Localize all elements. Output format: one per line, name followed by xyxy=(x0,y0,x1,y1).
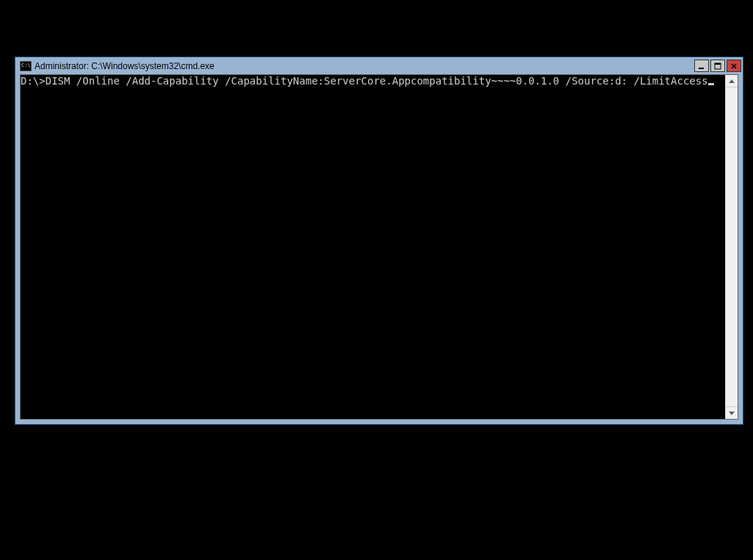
svg-rect-2 xyxy=(715,63,721,65)
cmd-icon: C:\. xyxy=(20,61,32,71)
scroll-down-button[interactable] xyxy=(726,406,738,419)
window-title: Administrator: C:\Windows\system32\cmd.e… xyxy=(35,61,694,71)
svg-rect-0 xyxy=(699,68,704,69)
console-line: D:\>DISM /Online /Add-Capability /Capabi… xyxy=(21,75,724,87)
titlebar[interactable]: C:\. Administrator: C:\Windows\system32\… xyxy=(15,57,743,74)
scroll-track[interactable] xyxy=(726,87,738,406)
scroll-up-button[interactable] xyxy=(726,75,738,87)
window-body: D:\>DISM /Online /Add-Capability /Capabi… xyxy=(20,74,738,420)
window-controls xyxy=(694,60,741,72)
minimize-button[interactable] xyxy=(694,60,709,72)
console-area[interactable]: D:\>DISM /Online /Add-Capability /Capabi… xyxy=(21,75,725,419)
cursor xyxy=(708,83,714,85)
maximize-button[interactable] xyxy=(710,60,725,72)
vertical-scrollbar[interactable] xyxy=(725,75,738,419)
prompt: D:\> xyxy=(21,75,46,87)
close-button[interactable] xyxy=(727,60,741,72)
command-text: DISM /Online /Add-Capability /Capability… xyxy=(46,75,708,87)
cmd-window: C:\. Administrator: C:\Windows\system32\… xyxy=(15,57,743,425)
